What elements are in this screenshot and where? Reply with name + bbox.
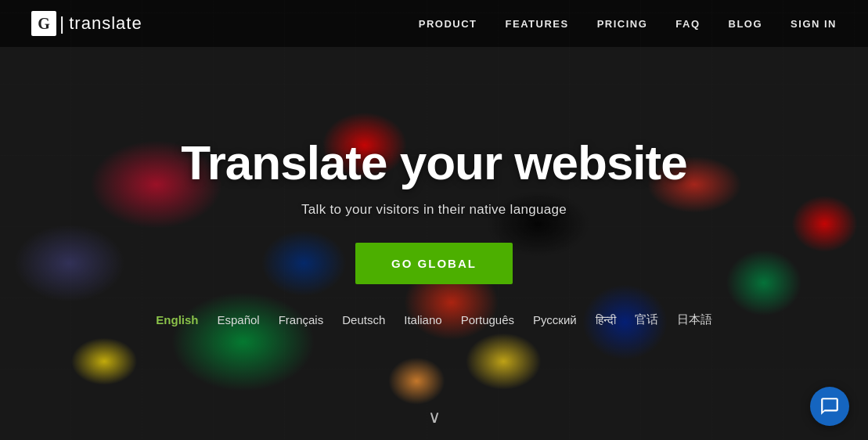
navbar: G | translate PRODUCT FEATURES PRICING F…: [0, 0, 868, 47]
hero-subtitle: Talk to your visitors in their native la…: [301, 202, 567, 218]
logo-pipe: |: [59, 13, 64, 34]
nav-blog[interactable]: BLOG: [729, 18, 763, 30]
lang-chinese[interactable]: 官话: [635, 312, 658, 327]
logo-g-letter: G: [31, 11, 56, 36]
signin-button[interactable]: SIGN IN: [791, 18, 837, 30]
nav-product[interactable]: PRODUCT: [419, 18, 477, 30]
lang-hindi[interactable]: हिन्दी: [596, 313, 616, 327]
lang-italiano[interactable]: Italiano: [404, 313, 441, 326]
hero-content: Translate your website Talk to your visi…: [156, 113, 711, 327]
nav-faq[interactable]: FAQ: [675, 18, 700, 30]
logo[interactable]: G | translate: [31, 11, 142, 36]
lang-russian[interactable]: Русский: [533, 313, 577, 326]
nav-pricing[interactable]: PRICING: [597, 18, 648, 30]
hero-title: Translate your website: [181, 136, 686, 189]
nav-features[interactable]: FEATURES: [506, 18, 569, 30]
lang-espanol[interactable]: Español: [217, 313, 259, 326]
lang-portugues[interactable]: Português: [461, 313, 514, 326]
scroll-arrow[interactable]: ∨: [428, 407, 441, 427]
chat-icon: [819, 396, 840, 417]
go-global-button[interactable]: GO GLOBAL: [355, 243, 513, 284]
lang-japanese[interactable]: 日本語: [677, 312, 712, 327]
chat-support-button[interactable]: [810, 387, 849, 426]
language-links: English Español Français Deutsch Italian…: [156, 312, 711, 327]
logo-name: translate: [69, 13, 142, 34]
nav-links: PRODUCT FEATURES PRICING FAQ BLOG SIGN I…: [419, 18, 837, 30]
lang-english[interactable]: English: [156, 313, 198, 326]
lang-francais[interactable]: Français: [279, 313, 324, 326]
lang-deutsch[interactable]: Deutsch: [342, 313, 385, 326]
hero-section: G | translate PRODUCT FEATURES PRICING F…: [0, 0, 868, 440]
